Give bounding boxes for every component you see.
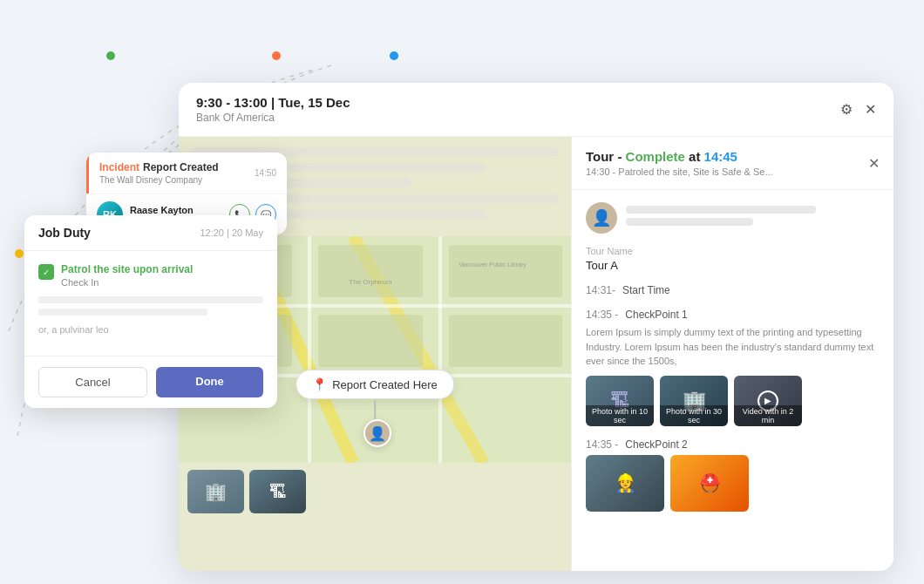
photo-row-1: 🏗 Photo with in 10 sec 🏢 Photo with in 3…	[586, 376, 880, 426]
photo-label-2: Photo with in 30 sec	[660, 405, 728, 426]
incident-title: Report Created	[143, 161, 219, 173]
tour-header: Tour - Complete at 14:45 14:30 - Patrole…	[572, 137, 893, 190]
duty-details: Patrol the site upon arrival Check In	[61, 263, 193, 288]
checkpoint2-label: CheckPoint 2	[625, 438, 687, 451]
duty-sub: Check In	[61, 277, 193, 288]
profile-row: 👤	[586, 202, 880, 234]
checkpoint1-desc: Lorem Ipsum is simply dummy text of the …	[586, 325, 880, 369]
incident-company: The Wall Disney Company	[99, 175, 219, 185]
profile-name-line	[626, 206, 816, 214]
close-icon[interactable]: ✕	[865, 101, 876, 118]
checkpoint1-label: CheckPoint 1	[625, 309, 687, 321]
main-card-header: 9:30 - 13:00 | Tue, 15 Dec Bank Of Ameri…	[179, 83, 893, 137]
profile-info	[626, 206, 880, 230]
modal-title: Job Duty	[38, 226, 91, 240]
main-card-subtitle: Bank Of America	[196, 112, 350, 124]
svg-point-0	[106, 51, 115, 60]
tour-name-block: Tour Name Tour A	[586, 246, 880, 272]
tour-body: 👤 Tour Name Tour A 14:31- Start Time	[572, 190, 893, 571]
checkpoint2-time: 14:35 -	[586, 438, 618, 451]
tour-name-value: Tour A	[586, 259, 880, 272]
profile-avatar: 👤	[586, 202, 617, 234]
checkpoint2-block: 14:35 - CheckPoint 2 👷 ⛑️	[586, 438, 880, 512]
photo-row-2: 👷 ⛑️	[586, 455, 880, 512]
location-icon: 📍	[312, 377, 327, 391]
tour-time: 14:45	[704, 149, 737, 164]
done-button[interactable]: Done	[156, 367, 263, 397]
start-label: Start Time	[622, 284, 670, 296]
pin-line	[374, 400, 376, 419]
main-card: 9:30 - 13:00 | Tue, 15 Dec Bank Of Ameri…	[179, 83, 893, 571]
blur-row	[38, 296, 263, 303]
settings-icon[interactable]: ⚙	[840, 101, 853, 118]
blur-row	[38, 309, 207, 316]
tour-at: at	[685, 149, 704, 164]
job-duty-modal: Job Duty 12:20 | 20 May ✓ Patrol the sit…	[24, 215, 277, 408]
tour-status: Complete	[626, 149, 685, 164]
incident-time: 14:50	[255, 168, 276, 178]
incident-header: Incident Report Created The Wall Disney …	[86, 153, 287, 194]
report-bubble: 📍 Report Created Here	[296, 370, 454, 399]
start-time-row: 14:31- Start Time	[586, 284, 880, 296]
svg-rect-12	[449, 245, 562, 297]
modal-datetime: 12:20 | 20 May	[200, 227, 263, 238]
incident-label: Incident	[99, 161, 139, 173]
tour-close-button[interactable]: ✕	[868, 155, 880, 172]
checkpoint1-time: 14:35 -	[586, 309, 618, 321]
svg-text:Vancouver Public Library: Vancouver Public Library	[459, 261, 527, 268]
photo-thumb-workers: 👷	[586, 455, 664, 512]
start-time-block: 14:31- Start Time	[586, 284, 880, 296]
svg-point-2	[390, 51, 398, 60]
modal-lorem: or, a pulvinar leo	[38, 324, 263, 335]
modal-blur-rows	[38, 296, 263, 316]
svg-point-3	[15, 249, 24, 258]
photo-thumb-3: ▶ Video with in 2 min	[734, 376, 802, 426]
photo-label-3: Video with in 2 min	[734, 405, 802, 426]
map-report-pin: 📍 Report Created Here	[296, 370, 454, 419]
tour-title: Tour - Complete at 14:45	[586, 149, 773, 164]
checkpoint2-row: 14:35 - CheckPoint 2	[586, 438, 880, 451]
start-time: 14:31-	[586, 284, 615, 296]
thumbnail-crane: 🏗	[249, 470, 306, 513]
svg-rect-15	[449, 315, 562, 367]
svg-rect-11	[318, 245, 423, 297]
svg-rect-14	[318, 315, 423, 367]
main-card-header-info: 9:30 - 13:00 | Tue, 15 Dec Bank Of Ameri…	[196, 95, 350, 124]
photo-thumb-helmets: ⛑️	[670, 455, 749, 512]
duty-item: ✓ Patrol the site upon arrival Check In	[38, 263, 263, 288]
report-label: Report Created Here	[332, 378, 438, 391]
tour-header-info: Tour - Complete at 14:45 14:30 - Patrole…	[586, 149, 773, 177]
profile-role-line	[626, 218, 753, 226]
tour-subtitle: 14:30 - Patroled the site, Site is Safe …	[586, 166, 773, 177]
tour-name-label: Tour Name	[586, 246, 880, 256]
cancel-button[interactable]: Cancel	[38, 367, 147, 397]
thumbnail-building: 🏢	[187, 470, 244, 513]
photo-thumb-2: 🏢 Photo with in 30 sec	[660, 376, 728, 426]
main-card-header-icons: ⚙ ✕	[840, 101, 876, 118]
svg-point-1	[272, 51, 281, 60]
tour-detail: Tour - Complete at 14:45 14:30 - Patrole…	[571, 137, 893, 571]
checkpoint1-row: 14:35 - CheckPoint 1	[586, 309, 880, 321]
photo-label-1: Photo with in 10 sec	[586, 405, 654, 426]
svg-text:The Orpheum: The Orpheum	[349, 278, 392, 286]
check-icon: ✓	[38, 264, 54, 280]
employee-name: Raase Kayton	[130, 205, 229, 215]
modal-header: Job Duty 12:20 | 20 May	[24, 215, 277, 251]
thumbnail-row: 🏢 🏗	[179, 463, 571, 520]
modal-body: ✓ Patrol the site upon arrival Check In …	[24, 251, 277, 356]
tour-title-text: Tour -	[586, 149, 626, 164]
modal-footer: Cancel Done	[24, 356, 277, 408]
photo-thumb-1: 🏗 Photo with in 10 sec	[586, 376, 654, 426]
incident-header-left: Incident Report Created The Wall Disney …	[99, 161, 219, 185]
main-card-title: 9:30 - 13:00 | Tue, 15 Dec	[196, 95, 350, 110]
incident-title-row: Incident Report Created	[99, 161, 219, 173]
duty-text: Patrol the site upon arrival	[61, 263, 193, 275]
person-pin: 👤	[363, 419, 391, 447]
checkpoint1-block: 14:35 - CheckPoint 1 Lorem Ipsum is simp…	[586, 309, 880, 426]
